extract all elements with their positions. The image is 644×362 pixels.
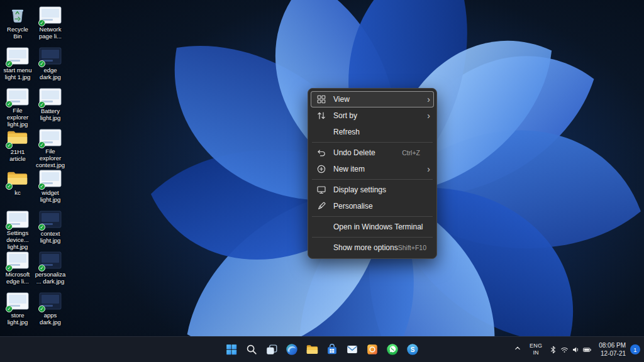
file-label: store light.jpg [2,312,33,326]
sync-check-icon: ✓ [38,141,45,148]
file-label: context light.jpg [35,231,66,244]
menu-separator [312,142,433,143]
menu-item-label: Show more options [333,243,398,252]
menu-item-show-more-options[interactable]: Show more optionsShift+F10 [311,239,434,256]
recycle-bin-icon [6,6,30,25]
desktop-icon-context-light-jpg[interactable]: ✓context light.jpg [34,209,67,250]
folder-icon: ✓ [6,169,30,188]
menu-item-refresh[interactable]: Refresh [311,124,434,140]
start-button[interactable] [222,339,241,360]
notification-badge[interactable]: 1 [630,344,640,354]
search-button[interactable] [242,339,261,360]
menu-separator [312,179,433,180]
desktop-icon-personaliza-dark-jpg[interactable]: ✓personaliza... dark.jpg [34,250,67,291]
file-label: start menu light 1.jpg [2,67,33,80]
whatsapp-button[interactable] [383,339,402,360]
menu-item-undo-delete[interactable]: Undo DeleteCtrl+Z [311,145,434,161]
edge-icon [285,343,299,356]
image-light-icon: ✓ [6,47,30,65]
sync-check-icon: ✓ [38,19,45,26]
menu-item-label: Open in Windows Terminal [333,222,423,231]
sort-icon [316,111,326,121]
personalise-icon [316,201,326,211]
sync-check-icon: ✓ [6,142,13,149]
battery-icon [582,345,592,354]
clock[interactable]: 08:06 PM 12-07-21 [594,341,630,358]
image-dark-icon: ✓ [38,47,62,65]
desktop-icon-kc[interactable]: ✓kc [1,168,34,209]
desktop-icon-21h1-article[interactable]: ✓21H1 article [1,128,34,168]
system-tray-status-icons[interactable] [546,345,594,354]
search-icon [245,343,258,356]
menu-item-shortcut: Ctrl+Z [402,149,420,156]
skype-button[interactable]: S [403,339,422,360]
menu-item-open-in-windows-terminal[interactable]: Open in Windows Terminal [311,219,434,235]
start-icon [225,343,238,356]
sync-check-icon: ✓ [38,60,45,67]
photos-button[interactable] [363,339,382,360]
task-view-icon [265,343,279,356]
folder-icon: ✓ [6,128,30,147]
file-explorer-button[interactable] [303,339,321,360]
submenu-chevron-icon: › [423,95,430,104]
menu-item-shortcut: Shift+F10 [398,244,426,251]
desktop-icon-battery-light-jpg[interactable]: ✓Battery light.jpg [34,87,67,128]
desktop-icon-file-explorer-context-jpg[interactable]: ✓File explorer context.jpg [34,128,67,168]
desktop-icon-edge-dark-jpg[interactable]: ✓edge dark.jpg [34,46,67,87]
menu-item-sort-by[interactable]: Sort by› [311,107,434,124]
menu-item-new-item[interactable]: New item› [311,161,434,177]
hidden-icons-chevron-button[interactable] [509,343,526,356]
image-dark-icon: ✓ [38,292,62,310]
edge-button[interactable] [282,339,301,360]
menu-item-label: Undo Delete [333,148,402,157]
file-explorer-icon [305,343,319,356]
file-label: kc [14,190,21,197]
desktop-icon-network-page-li[interactable]: ✓Network page li... [34,5,67,46]
sync-check-icon: ✓ [6,305,13,312]
menu-separator [312,237,433,238]
new-item-icon [316,164,326,174]
store-icon [325,343,339,356]
sync-check-icon: ✓ [38,101,45,108]
store-button[interactable] [323,339,341,360]
svg-text:S: S [411,346,415,353]
clock-time: 08:06 PM [599,341,626,350]
desktop-icon-settings-device-light-jpg[interactable]: ✓Settings device... light.jpg [1,209,34,250]
desktop-icon-widget-light-jpg[interactable]: ✓widget light.jpg [34,168,67,209]
desktop-icon-recycle-bin[interactable]: Recycle Bin [1,5,34,46]
menu-item-display-settings[interactable]: Display settings [311,182,434,198]
desktop-icon-store-light-jpg[interactable]: ✓store light.jpg [1,291,34,332]
task-view-button[interactable] [262,339,281,360]
image-light-icon: ✓ [6,251,30,270]
taskbar: S ENG IN 08:06 PM 12-07-21 1 [0,336,644,362]
file-label: Network page li... [35,26,66,40]
wifi-icon [560,345,569,354]
image-light-icon: ✓ [6,87,30,106]
bluetooth-icon [548,345,558,354]
sync-check-icon: ✓ [6,60,13,67]
submenu-chevron-icon: › [423,111,430,120]
file-label: apps dark.jpg [35,312,66,326]
desktop-icon-file-explorer-light-jpg[interactable]: ✓File explorer light.jpg [1,87,34,128]
taskbar-app-icons: S [221,337,423,362]
menu-item-no-icon [316,127,326,137]
file-label: Battery light.jpg [35,108,66,121]
menu-item-label: Refresh [333,128,423,136]
view-grid-icon [316,94,326,104]
image-dark-icon: ✓ [38,251,62,270]
sync-check-icon: ✓ [6,183,13,190]
file-label: Microsoft edge li... [2,272,33,285]
file-label: 21H1 article [2,149,33,162]
desktop-icon-apps-dark-jpg[interactable]: ✓apps dark.jpg [34,291,67,332]
language-indicator[interactable]: ENG IN [526,343,546,357]
mail-button[interactable] [343,339,362,360]
menu-item-no-icon [316,222,326,232]
file-label: personaliza... dark.jpg [35,272,66,285]
menu-item-view[interactable]: View› [311,91,434,107]
language-line2: IN [533,349,538,356]
menu-item-personalise[interactable]: Personalise [311,198,434,214]
sync-check-icon: ✓ [38,305,45,312]
display-icon [316,185,326,195]
desktop-icon-microsoft-edge-li[interactable]: ✓Microsoft edge li... [1,250,34,291]
desktop-icon-start-menu-light-1-jpg[interactable]: ✓start menu light 1.jpg [1,46,34,87]
